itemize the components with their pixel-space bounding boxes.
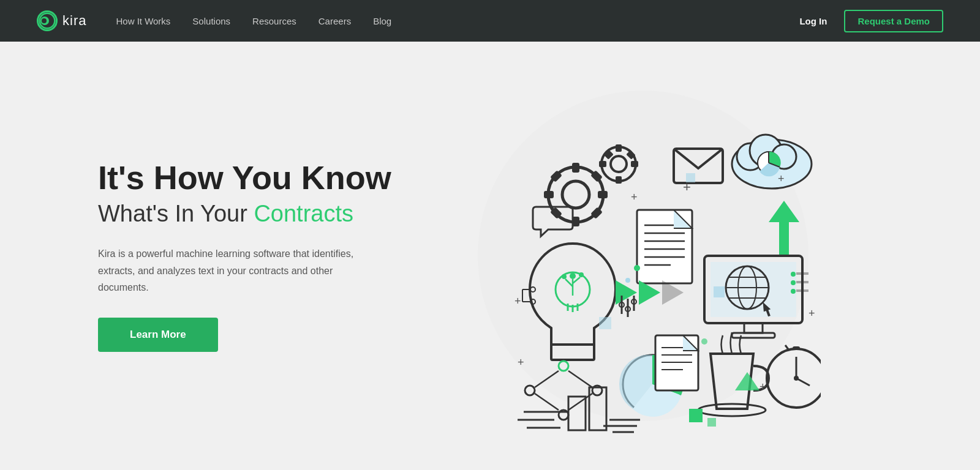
svg-point-44 — [791, 289, 796, 294]
svg-rect-6 — [572, 163, 579, 173]
svg-rect-16 — [616, 144, 622, 152]
svg-point-109 — [701, 338, 707, 345]
nav-link-careers[interactable]: Careers — [318, 16, 351, 26]
login-button[interactable]: Log In — [799, 16, 827, 26]
svg-point-42 — [791, 272, 796, 277]
svg-text:+: + — [809, 307, 815, 319]
svg-line-80 — [535, 394, 559, 410]
svg-point-43 — [791, 280, 796, 285]
svg-point-64 — [562, 274, 567, 279]
svg-text:+: + — [518, 356, 524, 368]
hero-title-sub-highlight: Contracts — [254, 201, 353, 226]
svg-point-74 — [525, 386, 535, 395]
svg-point-107 — [634, 265, 640, 271]
svg-point-63 — [570, 273, 576, 279]
svg-rect-91 — [793, 346, 800, 350]
nav-links: How It Works Solutions Resources Careers… — [116, 16, 391, 26]
logo-text: kira — [62, 13, 86, 29]
hero-title-sub: What's In Your Contracts — [98, 201, 404, 227]
svg-point-0 — [40, 13, 55, 29]
svg-rect-47 — [796, 289, 809, 292]
nav-right: Log In Request a Demo — [799, 10, 943, 32]
svg-rect-118 — [599, 317, 611, 329]
svg-point-65 — [579, 272, 584, 277]
logo-icon — [37, 10, 58, 31]
nav-link-resources[interactable]: Resources — [252, 16, 296, 26]
svg-point-2 — [43, 20, 46, 23]
logo[interactable]: kira — [37, 10, 86, 31]
svg-rect-45 — [796, 272, 809, 275]
svg-rect-46 — [796, 281, 809, 283]
svg-rect-17 — [616, 176, 622, 184]
main-nav: kira How It Works Solutions Resources Ca… — [0, 0, 980, 42]
svg-text:+: + — [514, 295, 521, 307]
svg-rect-9 — [598, 191, 608, 198]
hero-content: It's How You Know What's In Your Contrac… — [98, 160, 404, 352]
svg-rect-98 — [689, 409, 703, 422]
svg-rect-19 — [631, 161, 638, 167]
hero-description: Kira is a powerful machine learning soft… — [98, 245, 355, 296]
svg-rect-116 — [714, 286, 725, 297]
nav-link-how-it-works[interactable]: How It Works — [116, 16, 170, 26]
svg-rect-8 — [544, 191, 554, 198]
nav-link-blog[interactable]: Blog — [373, 16, 391, 26]
svg-rect-99 — [707, 418, 716, 427]
hero-title-sub-plain: What's In Your — [98, 201, 254, 226]
nav-link-solutions[interactable]: Solutions — [192, 16, 230, 26]
learn-more-button[interactable]: Learn More — [98, 318, 218, 352]
svg-point-108 — [625, 278, 630, 283]
hero-title-main: It's How You Know — [98, 160, 404, 196]
request-demo-button[interactable]: Request a Demo — [844, 10, 943, 32]
svg-point-1 — [42, 18, 48, 24]
illustration-container: + + + + + + + — [466, 78, 821, 433]
illustration-svg: + + + + + + + — [466, 78, 821, 433]
svg-text:+: + — [760, 381, 766, 393]
hero-illustration: + + + + + + + — [404, 42, 882, 470]
nav-left: kira How It Works Solutions Resources Ca… — [37, 10, 391, 31]
svg-rect-117 — [686, 173, 695, 182]
svg-text:+: + — [631, 191, 638, 203]
svg-rect-18 — [599, 161, 606, 167]
hero-section: It's How You Know What's In Your Contrac… — [0, 42, 980, 470]
svg-text:+: + — [778, 173, 785, 185]
svg-line-90 — [796, 378, 810, 386]
